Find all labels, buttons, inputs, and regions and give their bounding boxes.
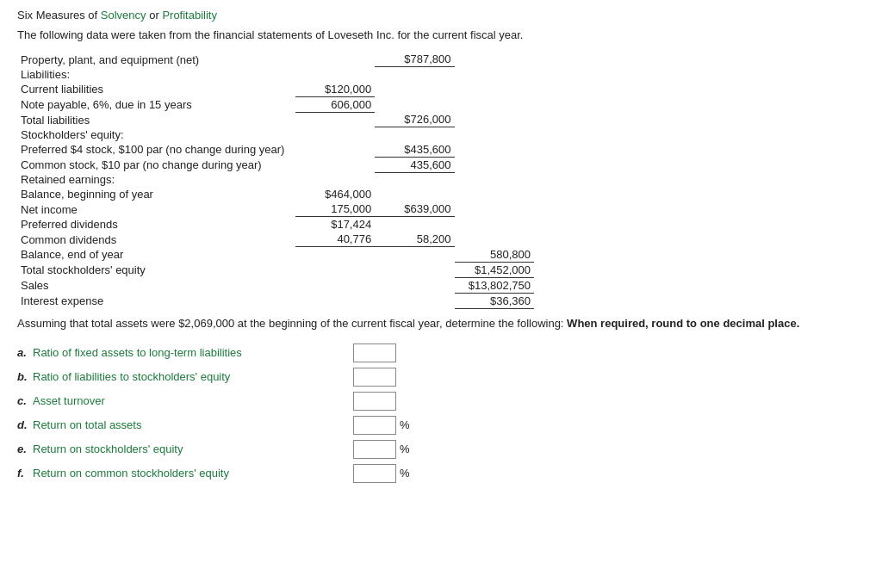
preferred-dividends-label: Preferred dividends (17, 217, 295, 232)
question-row-3: c.Asset turnover (17, 392, 865, 411)
question-row-1: a.Ratio of fixed assets to long-term lia… (17, 344, 865, 362)
question-text-4: Return on total assets (33, 418, 141, 431)
assuming-text-bold: When required, round to one decimal plac… (564, 317, 800, 330)
total-liabilities-row: Total liabilities $726,000 (17, 112, 534, 127)
profitability-link[interactable]: Profitability (162, 9, 217, 22)
answer-input-5[interactable] (353, 440, 396, 459)
question-letter-5: e. (17, 443, 29, 455)
percent-label-5: % (400, 443, 410, 455)
question-row-4: d.Return on total assets% (17, 416, 865, 435)
question-label-6: f.Return on common stockholders' equity (17, 467, 345, 480)
property-value: $787,800 (375, 52, 454, 67)
percent-label-6: % (400, 467, 410, 480)
net-income-subtotal: $639,000 (375, 201, 454, 217)
question-letter-3: c. (17, 394, 29, 407)
question-letter-2: b. (17, 370, 29, 383)
question-text-1: Ratio of fixed assets to long-term liabi… (33, 346, 242, 359)
question-row-2: b.Ratio of liabilities to stockholders' … (17, 368, 865, 387)
note-payable-value: 606,000 (295, 96, 375, 112)
assuming-text-before: Assuming that total assets were $2,069,0… (17, 317, 564, 330)
current-liabilities-value: $120,000 (295, 82, 375, 97)
sales-row: Sales $13,802,750 (17, 277, 534, 293)
percent-label-4: % (400, 418, 410, 431)
current-liabilities-label: Current liabilities (17, 82, 295, 97)
net-income-row: Net income 175,000 $639,000 (17, 201, 534, 217)
balance-beginning-label: Balance, beginning of year (17, 187, 295, 201)
net-income-value: 175,000 (295, 201, 375, 217)
property-row: Property, plant, and equipment (net) $78… (17, 52, 534, 67)
header-prefix: Six Measures of (17, 9, 101, 22)
sales-value: $13,802,750 (455, 277, 534, 293)
property-amt1 (295, 52, 375, 67)
total-stockholders-equity-label: Total stockholders' equity (17, 262, 295, 277)
liabilities-label: Liabilities: (17, 67, 295, 82)
interest-expense-label: Interest expense (17, 293, 295, 308)
questions-section: a.Ratio of fixed assets to long-term lia… (17, 344, 865, 483)
question-label-3: c.Asset turnover (17, 394, 345, 407)
balance-beginning-row: Balance, beginning of year $464,000 (17, 187, 534, 201)
assuming-section: Assuming that total assets were $2,069,0… (17, 316, 865, 331)
question-label-1: a.Ratio of fixed assets to long-term lia… (17, 346, 345, 359)
question-label-2: b.Ratio of liabilities to stockholders' … (17, 370, 345, 383)
net-income-label: Net income (17, 201, 295, 217)
common-dividends-value: 40,776 (295, 232, 375, 247)
stockholders-equity-header-row: Stockholders' equity: (17, 127, 534, 142)
liabilities-header-row: Liabilities: (17, 67, 534, 82)
common-stock-row: Common stock, $10 par (no change during … (17, 157, 534, 172)
total-liabilities-label: Total liabilities (17, 112, 295, 127)
balance-end-value: 580,800 (455, 247, 534, 263)
question-text-2: Ratio of liabilities to stockholders' eq… (33, 370, 230, 383)
preferred-dividends-value: $17,424 (295, 217, 375, 232)
total-stockholders-equity-value: $1,452,000 (455, 262, 534, 277)
preferred-stock-row: Preferred $4 stock, $100 par (no change … (17, 142, 534, 158)
balance-beginning-value: $464,000 (295, 187, 375, 201)
common-dividends-row: Common dividends 40,776 58,200 (17, 232, 534, 247)
retained-earnings-label: Retained earnings: (17, 172, 295, 187)
intro-text: The following data were taken from the f… (17, 28, 865, 41)
property-label: Property, plant, and equipment (net) (17, 52, 295, 67)
solvency-link[interactable]: Solvency (101, 9, 146, 22)
preferred-stock-label: Preferred $4 stock, $100 par (no change … (17, 142, 295, 158)
note-payable-label: Note payable, 6%, due in 15 years (17, 96, 295, 112)
interest-expense-value: $36,360 (455, 293, 534, 308)
question-text-5: Return on stockholders' equity (33, 443, 183, 455)
header-or: or (146, 9, 163, 22)
answer-input-2[interactable] (353, 368, 396, 387)
financial-table: Property, plant, and equipment (net) $78… (17, 52, 534, 309)
question-label-5: e.Return on stockholders' equity (17, 443, 345, 455)
retained-earnings-header-row: Retained earnings: (17, 172, 534, 187)
common-stock-value: 435,600 (375, 157, 454, 172)
question-text-6: Return on common stockholders' equity (33, 467, 229, 480)
current-liabilities-row: Current liabilities $120,000 (17, 82, 534, 97)
answer-input-1[interactable] (353, 344, 396, 362)
question-text-3: Asset turnover (33, 394, 105, 407)
balance-end-label: Balance, end of year (17, 247, 295, 263)
question-label-4: d.Return on total assets (17, 418, 345, 431)
total-stockholders-equity-row: Total stockholders' equity $1,452,000 (17, 262, 534, 277)
balance-end-row: Balance, end of year 580,800 (17, 247, 534, 263)
total-liabilities-value: $726,000 (375, 112, 454, 127)
common-dividends-label: Common dividends (17, 232, 295, 247)
answer-input-6[interactable] (353, 464, 396, 483)
sales-label: Sales (17, 277, 295, 293)
question-letter-4: d. (17, 418, 29, 431)
stockholders-equity-label: Stockholders' equity: (17, 127, 295, 142)
answer-input-4[interactable] (353, 416, 396, 435)
common-stock-label: Common stock, $10 par (no change during … (17, 157, 295, 172)
question-letter-1: a. (17, 346, 29, 359)
question-row-5: e.Return on stockholders' equity% (17, 440, 865, 459)
common-dividends-subtotal: 58,200 (375, 232, 454, 247)
answer-input-3[interactable] (353, 392, 396, 411)
question-letter-6: f. (17, 467, 29, 480)
note-payable-row: Note payable, 6%, due in 15 years 606,00… (17, 96, 534, 112)
interest-expense-row: Interest expense $36,360 (17, 293, 534, 308)
preferred-stock-value: $435,600 (375, 142, 454, 158)
preferred-dividends-row: Preferred dividends $17,424 (17, 217, 534, 232)
header-line: Six Measures of Solvency or Profitabilit… (17, 9, 865, 22)
question-row-6: f.Return on common stockholders' equity% (17, 464, 865, 483)
